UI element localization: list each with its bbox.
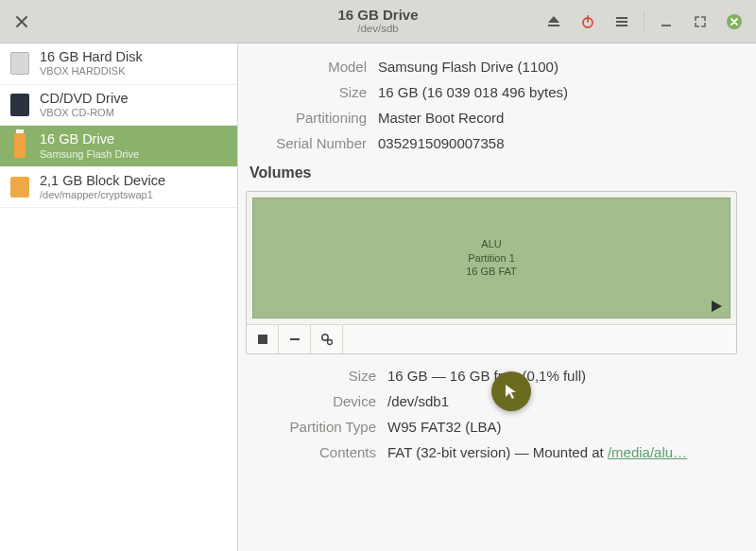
- part-contents-value: FAT (32-bit version) — Mounted at /media…: [387, 444, 737, 460]
- sidebar-item-sublabel: VBOX CD-ROM: [40, 107, 128, 119]
- partition-line2: Partition 1: [468, 252, 515, 264]
- sidebar-item-usb-drive[interactable]: 16 GB Drive Samsung Flash Drive: [0, 126, 237, 167]
- window-title: 16 GB Drive: [337, 8, 418, 24]
- menu-button[interactable]: [610, 9, 634, 34]
- partition-settings-button[interactable]: [311, 325, 343, 353]
- svg-rect-4: [616, 21, 627, 23]
- block-device-icon: [9, 175, 30, 199]
- volume-box: ALU Partition 1 16 GB FAT: [246, 191, 737, 354]
- svg-rect-3: [616, 17, 627, 19]
- mount-play-icon[interactable]: [709, 299, 724, 314]
- delete-partition-button[interactable]: [279, 325, 311, 353]
- device-sidebar: 16 GB Hard Disk VBOX HARDDISK CD/DVD Dri…: [0, 43, 238, 551]
- svg-point-11: [327, 340, 332, 345]
- contents-text: FAT (32-bit version) — Mounted at: [387, 444, 608, 460]
- partitioning-value: Master Boot Record: [378, 110, 737, 126]
- svg-rect-0: [548, 25, 559, 26]
- mount-point-link[interactable]: /media/alu…: [608, 444, 687, 460]
- cursor-indicator: [491, 371, 531, 411]
- sidebar-item-label: 16 GB Hard Disk: [40, 49, 143, 65]
- model-value: Samsung Flash Drive (1100): [378, 59, 737, 75]
- part-contents-label: Contents: [253, 444, 376, 460]
- partitioning-label: Partitioning: [253, 110, 367, 126]
- window-subtitle: /dev/sdb: [337, 23, 418, 35]
- size-value: 16 GB (16 039 018 496 bytes): [378, 84, 737, 100]
- usb-icon: [9, 133, 30, 158]
- svg-point-10: [321, 335, 327, 340]
- sidebar-item-block-device[interactable]: 2,1 GB Block Device /dev/mapper/cryptswa…: [0, 167, 237, 209]
- sidebar-item-harddisk[interactable]: 16 GB Hard Disk VBOX HARDDISK: [0, 43, 237, 85]
- part-device-label: Device: [253, 393, 376, 409]
- part-size-value: 16 GB — 16 GB free (0,1% full): [387, 368, 737, 384]
- part-type-label: Partition Type: [253, 419, 376, 435]
- part-device-value: /dev/sdb1: [387, 393, 737, 409]
- volume-partition[interactable]: ALU Partition 1 16 GB FAT: [252, 198, 730, 319]
- svg-rect-9: [290, 338, 300, 340]
- sidebar-item-sublabel: VBOX HARDDISK: [40, 65, 143, 77]
- serial-value: 0352915090007358: [378, 135, 737, 151]
- titlebar-separator: [644, 11, 644, 32]
- partition-title: ALU: [481, 238, 501, 250]
- svg-rect-5: [616, 25, 627, 26]
- size-label: Size: [253, 84, 367, 100]
- power-button[interactable]: [576, 9, 600, 34]
- minimize-button[interactable]: [654, 9, 679, 34]
- sidebar-item-sublabel: /dev/mapper/cryptswap1: [40, 189, 165, 201]
- volume-toolbar: [247, 324, 736, 353]
- window-close-button[interactable]: [722, 9, 747, 34]
- harddisk-icon: [9, 51, 30, 76]
- part-type-value: W95 FAT32 (LBA): [387, 419, 737, 435]
- svg-rect-8: [258, 335, 267, 344]
- sidebar-item-label: 2,1 GB Block Device: [40, 173, 165, 189]
- svg-rect-6: [662, 25, 671, 26]
- sidebar-item-label: CD/DVD Drive: [40, 91, 128, 107]
- part-size-label: Size: [253, 368, 376, 384]
- titlebar: 16 GB Drive /dev/sdb: [0, 0, 756, 43]
- optical-icon: [9, 93, 30, 117]
- sidebar-item-optical[interactable]: CD/DVD Drive VBOX CD-ROM: [0, 85, 237, 127]
- sidebar-item-label: 16 GB Drive: [40, 131, 139, 147]
- model-label: Model: [253, 59, 367, 75]
- main-panel: Model Samsung Flash Drive (1100) Size 16…: [238, 43, 756, 551]
- maximize-button[interactable]: [688, 9, 713, 34]
- eject-button[interactable]: [541, 9, 566, 34]
- volumes-heading: Volumes: [249, 164, 737, 181]
- partition-line3: 16 GB FAT: [466, 266, 517, 277]
- unmount-button[interactable]: [247, 325, 279, 353]
- serial-label: Serial Number: [253, 135, 367, 151]
- sidebar-item-sublabel: Samsung Flash Drive: [40, 148, 139, 161]
- drive-info: Model Samsung Flash Drive (1100) Size 16…: [253, 59, 737, 151]
- close-button[interactable]: [9, 9, 34, 34]
